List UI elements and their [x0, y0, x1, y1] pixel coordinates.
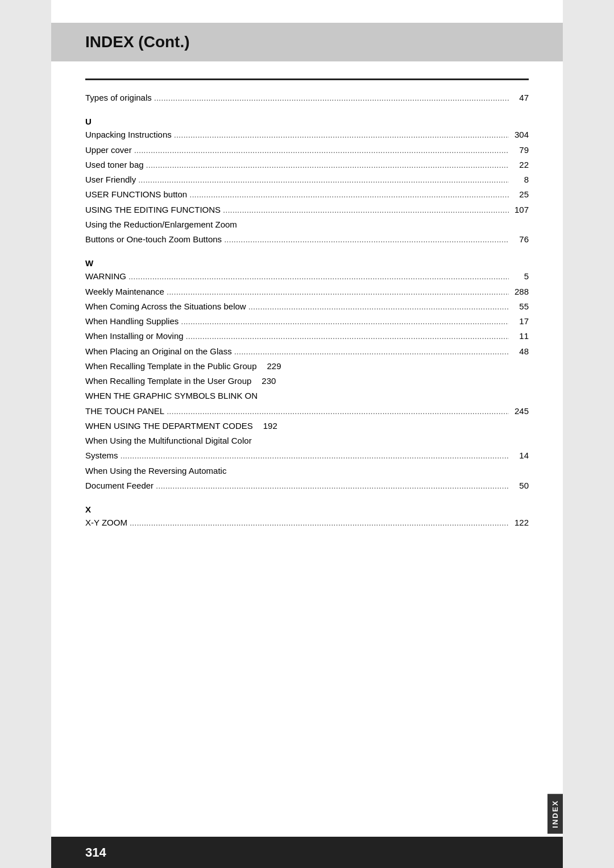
entry-page: 245: [509, 404, 529, 419]
entry-label: USER FUNCTIONS button: [85, 187, 187, 202]
list-item: User Friendly 8: [85, 172, 529, 187]
list-item: Buttons or One-touch Zoom Buttons 76: [85, 232, 529, 247]
list-item: When Placing an Original on the Glass 48: [85, 344, 529, 359]
divider: [85, 78, 529, 80]
list-item: When Using the Multifunctional Digital C…: [85, 433, 529, 448]
entry-page: 48: [509, 344, 529, 359]
section-x: X X-Y ZOOM 122: [85, 505, 529, 530]
entry-page: 8: [509, 172, 529, 187]
entry-dots: [179, 314, 509, 324]
list-item: When Recalling Template in the Public Gr…: [85, 359, 529, 374]
entry-page: 5: [509, 269, 529, 284]
list-item: WHEN USING THE DEPARTMENT CODES 192: [85, 419, 529, 433]
list-item: Upper cover 79: [85, 143, 529, 158]
entry-page: 25: [509, 187, 529, 202]
section-letter-x: X: [85, 505, 529, 514]
list-item: WHEN THE GRAPHIC SYMBOLS BLINK ON: [85, 388, 529, 403]
section-w: W WARNING 5 Weekly Maintenance 288 When …: [85, 258, 529, 493]
entry-page: 47: [509, 90, 529, 105]
list-item: Document Feeder 50: [85, 478, 529, 493]
list-item: Weekly Maintenance 288: [85, 284, 529, 299]
list-item: Systems 14: [85, 448, 529, 463]
entry-label: WHEN USING THE DEPARTMENT CODES: [85, 419, 253, 433]
list-item: When Using the Reversing Automatic: [85, 464, 529, 478]
list-item: THE TOUCH PANEL 245: [85, 404, 529, 419]
list-item: USING THE EDITING FUNCTIONS 107: [85, 202, 529, 217]
entry-dots: [152, 90, 509, 101]
list-item: Types of originals 47: [85, 90, 529, 105]
list-item: When Coming Across the Situations below …: [85, 299, 529, 314]
section-letter-u: U: [85, 117, 529, 126]
page-title: INDEX (Cont.): [85, 33, 529, 51]
entry-label: Document Feeder: [85, 478, 154, 493]
entry-label: When Recalling Template in the Public Gr…: [85, 359, 257, 374]
entry-page: 107: [509, 202, 529, 217]
header-bar: INDEX (Cont.): [51, 23, 563, 61]
entry-dots: [184, 329, 509, 339]
entry-label: Used toner bag: [85, 158, 144, 172]
entry-label: WARNING: [85, 269, 126, 284]
entry-dots: [164, 284, 509, 295]
entry-dots: [144, 158, 509, 168]
list-item: X-Y ZOOM 122: [85, 515, 529, 530]
list-item: Used toner bag 22: [85, 158, 529, 172]
entry-dots: [132, 143, 509, 153]
list-item: WARNING 5: [85, 269, 529, 284]
footer-index-tab: INDEX: [547, 794, 563, 834]
entry-dots: [136, 172, 509, 183]
entry-dots: [187, 187, 509, 197]
entry-label: When Placing an Original on the Glass: [85, 344, 232, 359]
footer-page-number: 314: [51, 837, 563, 868]
page-container: INDEX (Cont.) Types of originals 47 U Un…: [51, 0, 563, 868]
list-item: When Handling Supplies 17: [85, 314, 529, 329]
entry-dots: [154, 478, 509, 489]
list-item: Using the Reduction/Enlargement Zoom: [85, 217, 529, 232]
entry-page: 22: [509, 158, 529, 172]
list-item: When Recalling Template in the User Grou…: [85, 374, 529, 388]
entry-label: When Handling Supplies: [85, 314, 179, 329]
entry-page: 11: [509, 329, 529, 344]
entry-page: 76: [509, 232, 529, 247]
entry-dots: [222, 232, 509, 242]
entry-page: 304: [509, 127, 529, 142]
entry-page: 79: [509, 143, 529, 158]
entry-label: USING THE EDITING FUNCTIONS: [85, 202, 221, 217]
entry-label: THE TOUCH PANEL: [85, 404, 164, 419]
entry-page: 50: [509, 478, 529, 493]
entry-dots: [232, 344, 509, 354]
entry-page: 122: [509, 515, 529, 530]
entry-dots: [221, 202, 509, 213]
entry-label: When Coming Across the Situations below: [85, 299, 246, 314]
entry-label: User Friendly: [85, 172, 136, 187]
list-item: USER FUNCTIONS button 25: [85, 187, 529, 202]
list-item: When Installing or Moving 11: [85, 329, 529, 344]
entry-dots: [246, 299, 509, 309]
entry-label: Types of originals: [85, 90, 152, 105]
section-u: U Unpacking Instructions 304 Upper cover…: [85, 117, 529, 247]
entry-label: When Recalling Template in the User Grou…: [85, 374, 251, 388]
entry-dots: [126, 269, 509, 279]
entry-page: 55: [509, 299, 529, 314]
entry-page: 192: [258, 419, 277, 433]
entry-label: When Installing or Moving: [85, 329, 184, 344]
entry-page: 288: [509, 284, 529, 299]
entry-label: Buttons or One-touch Zoom Buttons: [85, 232, 222, 247]
entry-label: Upper cover: [85, 143, 132, 158]
list-item: Unpacking Instructions 304: [85, 127, 529, 142]
entry-page: 17: [509, 314, 529, 329]
section-types: Types of originals 47: [85, 90, 529, 105]
entry-label: Unpacking Instructions: [85, 127, 172, 142]
entry-page: 14: [509, 448, 529, 463]
entry-dots: [118, 448, 509, 458]
entry-page: 230: [256, 374, 276, 388]
section-letter-w: W: [85, 258, 529, 268]
entry-dots: [172, 127, 509, 138]
entry-label: Systems: [85, 448, 118, 463]
entry-label: X-Y ZOOM: [85, 515, 127, 530]
entry-dots: [164, 404, 509, 414]
entry-dots: [127, 515, 509, 526]
entry-page: 229: [262, 359, 281, 374]
entry-label: Weekly Maintenance: [85, 284, 164, 299]
